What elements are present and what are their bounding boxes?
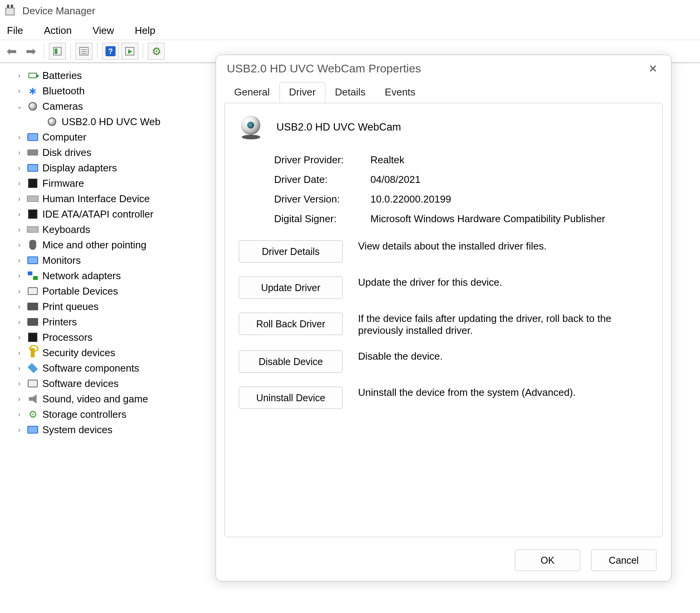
arrow-right-icon: ➡	[26, 45, 36, 57]
menu-view[interactable]: View	[88, 23, 119, 38]
titlebar: Device Manager	[0, 0, 700, 22]
tree-item-label: Print queues	[42, 301, 99, 313]
driver-date-value: 04/08/2021	[370, 174, 648, 186]
chevron-icon: ⌄	[15, 102, 23, 111]
chevron-icon: ›	[15, 87, 23, 95]
driver-version-label: Driver Version:	[274, 193, 370, 205]
chevron-icon: ›	[15, 380, 23, 388]
monitor-icon	[27, 424, 39, 435]
menu-help[interactable]: Help	[130, 23, 160, 38]
chevron-icon: ›	[15, 426, 23, 434]
tree-item-label: Software devices	[42, 378, 119, 390]
chevron-icon: ›	[15, 287, 23, 295]
chevron-icon: ›	[15, 133, 23, 141]
chevron-icon: ›	[15, 364, 23, 372]
cube-icon	[27, 362, 39, 374]
chevron-icon: ›	[15, 349, 23, 357]
tree-item-label: Monitors	[42, 255, 81, 266]
chip-icon	[27, 208, 39, 220]
printer-icon	[27, 301, 39, 312]
roll-back-driver-description: If the device fails after updating the d…	[358, 313, 648, 337]
menu-file[interactable]: File	[2, 23, 28, 38]
monitor-icon	[27, 131, 39, 143]
properties-button[interactable]	[75, 43, 92, 60]
digital-signer-label: Digital Signer:	[274, 213, 370, 225]
driver-date-label: Driver Date:	[274, 174, 370, 186]
tab-details[interactable]: Details	[325, 82, 375, 103]
printer-icon	[27, 316, 39, 328]
close-button[interactable]: ✕	[645, 62, 660, 75]
help-button[interactable]: ?	[102, 43, 119, 60]
forward-button[interactable]: ➡	[22, 43, 39, 60]
tree-item-label: USB2.0 HD UVC Web	[62, 116, 161, 128]
device-manager-icon	[4, 5, 16, 17]
tree-item-label: Cameras	[42, 100, 83, 112]
toolbar-separator	[44, 44, 44, 59]
roll-back-driver-button[interactable]: Roll Back Driver	[239, 313, 343, 335]
chevron-icon: ›	[15, 195, 23, 203]
window-title: Device Manager	[22, 5, 95, 17]
chevron-icon: ›	[15, 149, 23, 157]
menu-action[interactable]: Action	[39, 23, 76, 38]
camera-icon	[27, 100, 39, 112]
properties-icon	[79, 47, 89, 55]
tab-events[interactable]: Events	[375, 82, 425, 103]
toolbar-separator	[70, 44, 71, 59]
monitor-icon	[27, 162, 39, 174]
tab-driver[interactable]: Driver	[280, 82, 325, 103]
cancel-button[interactable]: Cancel	[591, 549, 656, 571]
disable-device-description: Disable the device.	[358, 350, 648, 362]
close-icon: ✕	[648, 63, 657, 75]
tree-item-label: Human Interface Device	[42, 193, 150, 205]
chip-icon	[27, 178, 39, 189]
driver-provider-value: Realtek	[370, 154, 648, 166]
update-driver-button[interactable]: Update Driver	[239, 276, 343, 299]
tree-item-label: Mice and other pointing	[42, 239, 146, 251]
toolbar-separator	[143, 44, 143, 59]
disable-device-button[interactable]: Disable Device	[239, 350, 343, 373]
battery-icon	[27, 70, 39, 81]
device-name: USB2.0 HD UVC WebCam	[276, 121, 401, 133]
monitor-icon	[27, 255, 39, 266]
uninstall-device-description: Uninstall the device from the system (Ad…	[358, 387, 648, 399]
tree-item-label: Software components	[42, 362, 139, 374]
chevron-icon: ›	[15, 72, 23, 80]
tree-item-label: Display adapters	[42, 162, 117, 174]
chevron-icon: ›	[15, 303, 23, 311]
chevron-icon: ›	[15, 333, 23, 342]
dialog-title: USB2.0 HD UVC WebCam Properties	[227, 62, 421, 75]
tree-item-label: Bluetooth	[42, 85, 85, 97]
ok-button[interactable]: OK	[515, 549, 580, 571]
drive-icon	[27, 147, 39, 158]
scan-hardware-button[interactable]	[121, 43, 138, 60]
driver-details-description: View details about the installed driver …	[358, 240, 648, 252]
kbd-icon	[27, 193, 39, 204]
key-icon	[27, 347, 39, 358]
show-hidden-button[interactable]	[49, 43, 66, 60]
tree-item-label: Keyboards	[42, 224, 90, 236]
speaker-icon	[27, 393, 39, 405]
properties-dialog: USB2.0 HD UVC WebCam Properties ✕ Genera…	[216, 55, 672, 581]
tab-general[interactable]: General	[224, 82, 280, 103]
driver-version-value: 10.0.22000.20199	[370, 193, 648, 205]
toolbar-separator	[97, 44, 97, 59]
tree-item-label: Processors	[42, 332, 92, 343]
uninstall-device-button[interactable]: Uninstall Device	[239, 387, 343, 409]
chevron-icon: ›	[15, 241, 23, 249]
webcam-icon	[239, 115, 263, 139]
tree-item-label: Computer	[42, 131, 86, 143]
driver-details-button[interactable]: Driver Details	[239, 240, 343, 263]
help-icon: ?	[106, 46, 116, 56]
panel-icon	[53, 47, 62, 55]
chevron-icon: ›	[15, 179, 23, 188]
chevron-icon: ›	[15, 256, 23, 265]
update-driver-toolbar-button[interactable]: ⚙	[148, 43, 165, 60]
back-button[interactable]: ⬅	[3, 43, 20, 60]
update-driver-description: Update the driver for this device.	[358, 276, 648, 288]
chip-icon	[27, 332, 39, 343]
tree-item-label: Sound, video and game	[42, 393, 148, 405]
chevron-icon: ›	[15, 272, 23, 280]
chevron-icon: ›	[15, 410, 23, 419]
tree-item-label: Disk drives	[42, 147, 91, 159]
tree-item-label: Network adapters	[42, 270, 121, 282]
